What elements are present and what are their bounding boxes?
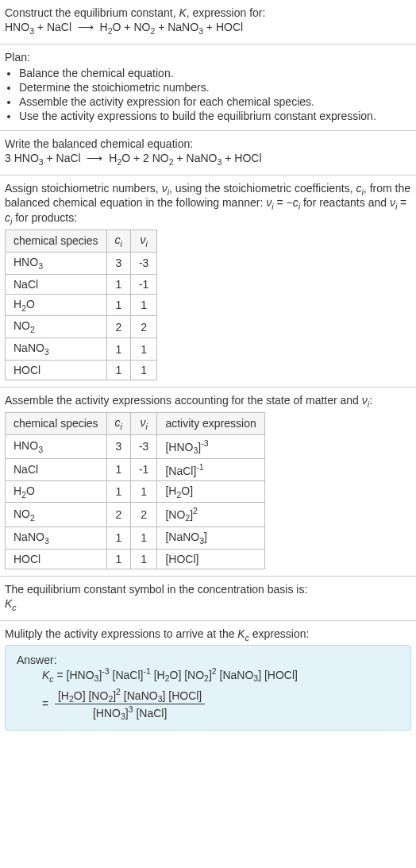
cell-vi: 1	[130, 338, 156, 361]
fraction-denominator: [HNO3]3 [NaCl]	[55, 704, 205, 721]
table-row: NaCl1-1	[6, 274, 157, 294]
cell-ci: 1	[106, 338, 130, 361]
table-row: NO222[NO2]2	[6, 503, 265, 527]
cell-ci: 1	[106, 549, 130, 569]
col-ci: ci	[106, 230, 130, 252]
cell-ci: 1	[106, 480, 130, 503]
cell-activity: [H2O]	[157, 480, 264, 503]
multiply-heading: Mulitply the activity expressions to arr…	[5, 627, 411, 642]
cell-vi: 1	[130, 294, 156, 316]
col-vi: νi	[130, 230, 156, 252]
table-row: H2O11[H2O]	[6, 480, 265, 503]
section-activity: Assemble the activity expressions accoun…	[0, 387, 416, 576]
unbalanced-equation: HNO3 + NaCl ⟶ H2O + NO2 + NaNO3 + HOCl	[5, 21, 411, 36]
table-row: NO222	[6, 316, 157, 338]
stoich-table: chemical species ci νi HNO33-3 NaCl1-1 H…	[5, 230, 157, 380]
cell-ci: 1	[106, 274, 130, 294]
table-row: HNO33-3[HNO3]-3	[6, 434, 265, 458]
plan-item: Balance the chemical equation.	[19, 67, 411, 79]
col-activity: activity expression	[157, 412, 264, 434]
cell-activity: [HOCl]	[157, 549, 264, 569]
cell-ci: 2	[106, 503, 130, 527]
kc-expression: Kc = [HNO3]-3 [NaCl]-1 [H2O] [NO2]2 [NaN…	[17, 666, 399, 683]
cell-activity: [NO2]2	[157, 503, 264, 527]
cell-species: NaCl	[6, 459, 107, 481]
section-kc-symbol: The equilibrium constant symbol in the c…	[0, 576, 416, 620]
table-row: HOCl11[HOCl]	[6, 549, 265, 569]
cell-activity: [NaCl]-1	[157, 459, 264, 481]
cell-species: NO2	[6, 316, 107, 338]
balanced-heading: Write the balanced chemical equation:	[5, 137, 411, 150]
section-construct: Construct the equilibrium constant, K, e…	[0, 0, 416, 44]
col-ci: ci	[106, 412, 130, 434]
table-row: HOCl11	[6, 360, 157, 380]
section-stoich: Assign stoichiometric numbers, νi, using…	[0, 175, 416, 387]
cell-ci: 1	[106, 527, 130, 549]
cell-ci: 1	[106, 459, 130, 481]
kc-symbol: Kc	[5, 597, 411, 612]
cell-vi: -3	[130, 434, 156, 458]
cell-ci: 2	[106, 316, 130, 338]
plan-item: Determine the stoichiometric numbers.	[19, 81, 411, 94]
cell-vi: -1	[130, 459, 156, 481]
cell-species: H2O	[6, 480, 107, 503]
table-row: NaNO311	[6, 338, 157, 361]
answer-box: Answer: Kc = [HNO3]-3 [NaCl]-1 [H2O] [NO…	[5, 645, 411, 730]
table-row: NaCl1-1[NaCl]-1	[6, 459, 265, 481]
plan-list: Balance the chemical equation. Determine…	[5, 67, 411, 122]
cell-activity: [HNO3]-3	[157, 434, 264, 458]
cell-activity: [NaNO3]	[157, 527, 264, 549]
cell-ci: 1	[106, 360, 130, 380]
col-species: chemical species	[6, 230, 107, 252]
cell-species: H2O	[6, 294, 107, 316]
cell-species: NaNO3	[6, 527, 107, 549]
cell-vi: 1	[130, 480, 156, 503]
cell-species: NO2	[6, 503, 107, 527]
cell-ci: 3	[106, 252, 130, 274]
construct-heading: Construct the equilibrium constant, K, e…	[5, 6, 411, 19]
cell-vi: 2	[130, 503, 156, 527]
plan-item: Use the activity expressions to build th…	[19, 110, 411, 122]
cell-species: HOCl	[6, 549, 107, 569]
col-vi: νi	[130, 412, 156, 434]
cell-species: NaNO3	[6, 338, 107, 361]
cell-ci: 3	[106, 434, 130, 458]
section-answer: Mulitply the activity expressions to arr…	[0, 620, 416, 737]
section-balanced: Write the balanced chemical equation: 3 …	[0, 130, 416, 175]
cell-vi: 1	[130, 549, 156, 569]
stoich-heading: Assign stoichiometric numbers, νi, using…	[5, 182, 411, 226]
fraction-numerator: [H2O] [NO2]2 [NaNO3] [HOCl]	[55, 687, 205, 704]
plan-heading: Plan:	[5, 51, 411, 64]
cell-ci: 1	[106, 294, 130, 316]
answer-label: Answer:	[17, 654, 399, 666]
cell-vi: 2	[130, 316, 156, 338]
cell-species: HNO3	[6, 434, 107, 458]
cell-species: HOCl	[6, 360, 107, 380]
balanced-equation: 3 HNO3 + NaCl ⟶ H2O + 2 NO2 + NaNO3 + HO…	[5, 152, 411, 167]
cell-species: NaCl	[6, 274, 107, 294]
activity-heading: Assemble the activity expressions accoun…	[5, 394, 411, 409]
table-row: NaNO311[NaNO3]	[6, 527, 265, 549]
table-row: H2O11	[6, 294, 157, 316]
cell-vi: 1	[130, 360, 156, 380]
section-plan: Plan: Balance the chemical equation. Det…	[0, 44, 416, 130]
cell-vi: -3	[130, 252, 156, 274]
plan-item: Assemble the activity expression for eac…	[19, 95, 411, 108]
cell-vi: -1	[130, 274, 156, 294]
cell-species: HNO3	[6, 252, 107, 274]
kc-fraction: = [H2O] [NO2]2 [NaNO3] [HOCl] [HNO3]3 [N…	[17, 687, 399, 722]
col-species: chemical species	[6, 412, 107, 434]
table-row: HNO33-3	[6, 252, 157, 274]
kc-symbol-heading: The equilibrium constant symbol in the c…	[5, 583, 411, 596]
cell-vi: 1	[130, 527, 156, 549]
activity-table: chemical species ci νi activity expressi…	[5, 412, 265, 569]
